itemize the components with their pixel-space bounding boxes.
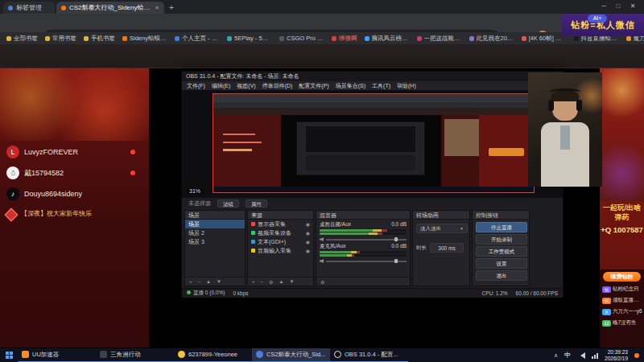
- chat-message-row: 【深夜】祝大家新年快乐: [6, 210, 143, 220]
- scene-item[interactable]: 场景: [185, 220, 245, 228]
- studio-mode-button[interactable]: 工作室模式: [476, 246, 527, 257]
- audio-meter: [320, 229, 407, 232]
- festive-banner: [0, 68, 149, 141]
- favicon: [332, 36, 336, 41]
- taskbar-app-browser[interactable]: CS2斛泰大行动_Sid...: [252, 348, 330, 362]
- source-down-icon[interactable]: ▼: [289, 279, 294, 284]
- scene-down-icon[interactable]: ▼: [217, 279, 221, 284]
- browser-tab-bar: 标签管理 CS2斛泰大行动_Sideny蛤蟆斯顿 ✕ + ─ □ ✕: [0, 0, 644, 14]
- gift-chat-panel: 续费钻粉 钻钻粉纪念日 41领取直播间10倍经验~ 6六万六一~y6 12晚7没…: [600, 269, 644, 348]
- status-cpu: CPU: 1.2%: [481, 290, 507, 296]
- bookmark-item[interactable]: 手机书签: [84, 35, 115, 43]
- tab-tag-manager[interactable]: 标签管理: [3, 2, 55, 14]
- display-capture-icon: [251, 222, 255, 226]
- bookmark-item[interactable]: 常用书签: [45, 35, 76, 43]
- text-source-icon: [251, 240, 255, 244]
- ai-plus-badge[interactable]: AI+: [588, 14, 607, 23]
- duration-input[interactable]: 300 ms: [430, 243, 464, 253]
- tray-expand-icon[interactable]: ∧: [554, 352, 558, 359]
- start-button[interactable]: [0, 348, 18, 362]
- menu-profile[interactable]: 配置文件(P): [299, 82, 328, 90]
- favicon: [279, 36, 284, 41]
- menu-tools[interactable]: 工具(T): [372, 82, 390, 90]
- favicon: [574, 36, 579, 41]
- scene-item[interactable]: 场景 3: [185, 237, 245, 246]
- tab-douyu-stream[interactable]: CS2斛泰大行动_Sideny蛤蟆斯顿 ✕: [56, 2, 164, 14]
- scene-item[interactable]: 场景 2: [185, 228, 245, 237]
- volume-icon[interactable]: [577, 352, 585, 359]
- exit-button[interactable]: 退出: [476, 270, 527, 281]
- bookmark-item[interactable]: 绑微啊: [332, 35, 357, 43]
- bookmark-item[interactable]: CSGO Pro Setti: [279, 35, 324, 42]
- scenes-toolbar: + − ▲ ▼: [185, 277, 245, 286]
- scene-up-icon[interactable]: ▲: [206, 279, 211, 284]
- notification-badge[interactable]: [634, 353, 639, 358]
- douyin-note-icon: ♪: [6, 187, 19, 200]
- taskbar-app-uu[interactable]: UU加速器: [18, 348, 96, 362]
- taskbar-app-obs[interactable]: OBS 31.0.4 - 配置...: [330, 348, 408, 362]
- tab-close-icon[interactable]: ✕: [155, 5, 159, 11]
- bookmark-item[interactable]: Sideny蛤蟆斯顿: [122, 35, 167, 43]
- volume-slider[interactable]: [320, 259, 407, 263]
- add-scene-icon[interactable]: +: [189, 279, 192, 284]
- source-item[interactable]: 音频输入采集◉: [248, 246, 313, 255]
- renew-diamond-fan-button[interactable]: 续费钻粉: [603, 272, 641, 282]
- visibility-eye-icon[interactable]: ◉: [306, 239, 310, 245]
- scenes-dock: 场景 场景 场景 2 场景 3 + − ▲ ▼: [184, 210, 246, 286]
- taskbar-app-delta[interactable]: 三角洲行动: [96, 348, 174, 362]
- sources-dock: 来源 显示器采集◉ 视频采集设备◉ 文本(GDI+)◉ 音频输入采集◉ + − …: [247, 210, 314, 286]
- bookmark-item[interactable]: 全部书签: [6, 35, 38, 43]
- settings-button[interactable]: 设置: [476, 258, 527, 269]
- new-tab-button[interactable]: +: [169, 3, 174, 12]
- chinese-knot-icon: [5, 208, 19, 222]
- favicon: [469, 36, 474, 41]
- bookmark-item[interactable]: [4K 60帧] 纯享: [522, 35, 567, 43]
- remove-source-icon[interactable]: −: [261, 279, 264, 284]
- promo-banner-top[interactable]: [600, 68, 644, 131]
- tab-favicon: [61, 6, 66, 10]
- volume-slider[interactable]: [320, 237, 407, 241]
- bookmark-item[interactable]: 一把这战靴不忘: [417, 35, 462, 43]
- taskbar-app-yeeonee[interactable]: 6237899-Yeeonee: [174, 348, 252, 362]
- promo-banner-middle[interactable]: [600, 133, 644, 201]
- bookmark-item[interactable]: 此见我在20000任: [469, 35, 514, 43]
- menu-file[interactable]: 文件(F): [187, 82, 205, 90]
- visibility-eye-icon[interactable]: ◉: [306, 230, 310, 236]
- menu-view[interactable]: 视图(V): [237, 82, 255, 90]
- sources-dock-title: 来源: [248, 211, 313, 220]
- source-item[interactable]: 视频采集设备◉: [248, 228, 313, 237]
- tab-favicon: [8, 6, 13, 10]
- transition-select[interactable]: 淡入淡出 ▼: [416, 224, 468, 233]
- window-close-button[interactable]: ✕: [626, 2, 639, 10]
- menu-help[interactable]: 帮助(H): [397, 82, 416, 90]
- source-up-icon[interactable]: ▲: [279, 279, 283, 284]
- mixer-settings-icon[interactable]: ⚙: [320, 279, 324, 285]
- remove-scene-icon[interactable]: −: [198, 279, 201, 284]
- follower-row[interactable]: ♪ Douyu8694sideny: [6, 187, 143, 200]
- properties-button[interactable]: 属性: [246, 200, 267, 208]
- menu-docks[interactable]: 停靠部件(D): [262, 82, 293, 90]
- visibility-eye-icon[interactable]: ◉: [306, 248, 310, 253]
- menu-edit[interactable]: 编辑(E): [212, 82, 230, 90]
- window-maximize-button[interactable]: □: [612, 2, 625, 10]
- start-recording-button[interactable]: 开始录制: [476, 234, 527, 245]
- follower-row[interactable]: L LuvyzFOREVER: [6, 146, 143, 158]
- stop-streaming-button[interactable]: 停止直播: [476, 222, 527, 232]
- menu-scene-collection[interactable]: 场景集合(S): [336, 82, 365, 90]
- add-source-icon[interactable]: +: [252, 279, 255, 284]
- system-tray: ∧ 中 20:39:23 2026/2/19: [554, 348, 644, 362]
- network-icon[interactable]: [592, 352, 598, 359]
- source-settings-icon[interactable]: ⚙: [269, 279, 273, 285]
- follower-row[interactable]: ☃ 戴15794582: [6, 167, 143, 179]
- bookmark-item[interactable]: 个人主页 - 5EPlay: [175, 35, 220, 43]
- window-minimize-button[interactable]: ─: [597, 2, 610, 10]
- visibility-eye-icon[interactable]: ◉: [306, 221, 310, 227]
- headphone-right-icon: [576, 100, 582, 111]
- tray-clock[interactable]: 20:39:23 2026/2/19: [605, 349, 628, 362]
- source-item[interactable]: 显示器采集◉: [248, 220, 313, 228]
- bookmark-item[interactable]: 腾讯风云榜 - 中国: [365, 35, 410, 43]
- filters-button[interactable]: 滤镜: [217, 200, 239, 208]
- source-item[interactable]: 文本(GDI+)◉: [248, 237, 313, 246]
- bookmark-item[interactable]: 5EPlay - 5EPlay: [227, 35, 272, 42]
- ime-indicator[interactable]: 中: [564, 351, 571, 360]
